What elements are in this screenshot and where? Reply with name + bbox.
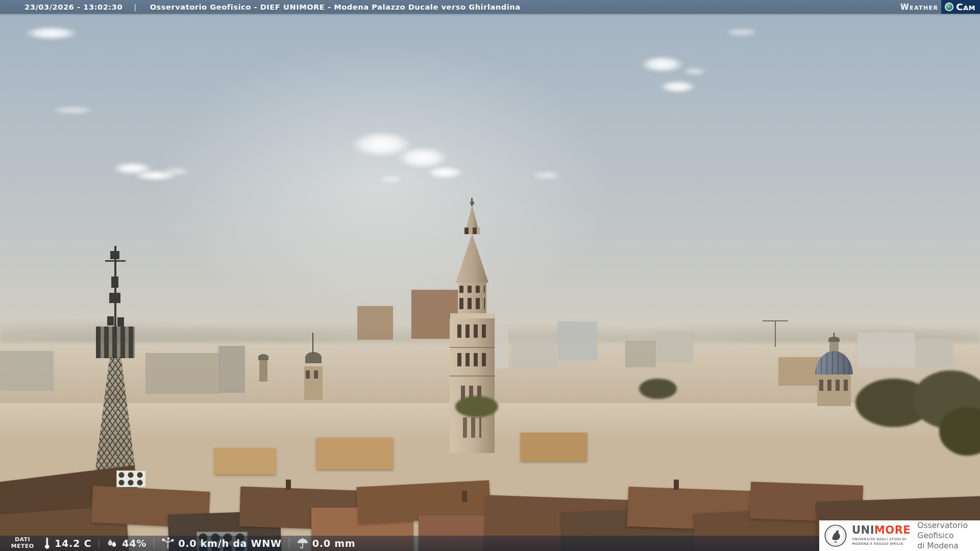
university-line1: UNIVERSITÀ DEGLI STUDI DI bbox=[852, 537, 911, 542]
separator: | bbox=[134, 3, 137, 11]
cloud bbox=[397, 147, 448, 168]
antenna-tower bbox=[82, 246, 149, 501]
humidity-value: 44% bbox=[122, 538, 146, 549]
unimore-uni: UNI bbox=[852, 524, 874, 536]
tree bbox=[639, 379, 677, 399]
webcam-frame: 23/03/2026 - 13:02:30 | Osservatorio Geo… bbox=[0, 0, 980, 551]
chimney bbox=[462, 491, 467, 502]
chimney bbox=[674, 480, 679, 490]
tower-string-course bbox=[450, 347, 495, 348]
rain-value: 0.0 mm bbox=[312, 538, 356, 549]
camera-title: Osservatorio Geofisico - DIEF UNIMORE - … bbox=[150, 3, 521, 11]
thermometer-icon bbox=[43, 537, 51, 549]
tower-windows-row4 bbox=[463, 417, 481, 438]
tower-spire-top bbox=[466, 205, 478, 229]
dati-meteo-label: DATI METEO bbox=[9, 537, 36, 549]
chimney bbox=[286, 480, 291, 490]
weathercam-weather-label: Weather bbox=[900, 3, 938, 12]
cloud bbox=[532, 171, 561, 180]
tower-windows-row1 bbox=[457, 324, 487, 338]
distant-building bbox=[857, 333, 915, 367]
tower-loggia bbox=[464, 228, 480, 234]
facade bbox=[214, 448, 276, 474]
tree bbox=[455, 396, 498, 417]
tower-cornice bbox=[450, 313, 494, 318]
lantern-arches-lower bbox=[459, 298, 485, 309]
distant-building bbox=[625, 341, 656, 367]
reading-divider bbox=[289, 538, 289, 548]
brick-building bbox=[357, 306, 393, 340]
weather-vane bbox=[312, 333, 313, 353]
weathercam-logo: Weather Cam bbox=[900, 0, 980, 14]
top-status-bar: 23/03/2026 - 13:02:30 | Osservatorio Geo… bbox=[0, 0, 980, 14]
antenna-head bbox=[96, 327, 135, 358]
unimore-more: MORE bbox=[874, 524, 911, 536]
drum-arches bbox=[819, 380, 849, 391]
distant-building bbox=[557, 321, 597, 360]
cloud bbox=[725, 28, 758, 36]
antenna-crossarm bbox=[105, 260, 126, 262]
bell-tower-arches bbox=[306, 370, 321, 379]
tower-string-course bbox=[450, 375, 495, 377]
dati-label-line2: METEO bbox=[9, 543, 36, 550]
distant-building bbox=[916, 339, 953, 367]
distant-building bbox=[218, 346, 245, 393]
wind-reading: 0.0 km/h da WNW bbox=[161, 537, 282, 549]
humidity-reading: 44% bbox=[106, 537, 146, 549]
cloud bbox=[683, 67, 706, 76]
temperature-reading: 14.2 C bbox=[43, 537, 91, 549]
dome-cap bbox=[815, 351, 853, 374]
distant-building bbox=[511, 336, 556, 368]
observatory-name: Osservatorio Geofisico di Modena bbox=[917, 520, 980, 551]
tower-windows-row2 bbox=[457, 353, 487, 366]
dome-lantern-cap bbox=[828, 337, 840, 342]
facade bbox=[521, 433, 587, 461]
reading-divider bbox=[154, 538, 154, 548]
cloud bbox=[427, 166, 463, 179]
cloud bbox=[641, 56, 684, 72]
reading-divider bbox=[99, 538, 99, 548]
university-subtitle: UNIVERSITÀ DEGLI STUDI DI MODENA E REGGI… bbox=[852, 537, 911, 546]
bell-tower-cupola bbox=[305, 352, 322, 363]
lantern-arches-upper bbox=[459, 286, 485, 293]
unimore-seal-icon bbox=[824, 524, 847, 547]
antenna-panel bbox=[109, 293, 120, 303]
humidity-icon bbox=[106, 537, 118, 549]
observatory-line1: Osservatorio Geofisico bbox=[917, 520, 980, 541]
rooftop-ac-unit bbox=[116, 470, 146, 487]
weathercam-cam-label: Cam bbox=[956, 2, 975, 12]
unimore-wordmark: UNIMORE UNIVERSITÀ DEGLI STUDI DI MODENA… bbox=[852, 525, 911, 546]
tower-finial-ball bbox=[470, 201, 474, 205]
distant-building bbox=[656, 332, 693, 362]
wind-icon bbox=[161, 537, 175, 549]
cloud bbox=[162, 167, 190, 176]
church-dome bbox=[814, 333, 854, 409]
rain-icon bbox=[297, 537, 309, 549]
temperature-value: 14.2 C bbox=[55, 538, 91, 549]
antenna-panel bbox=[110, 251, 119, 259]
antenna-panel bbox=[107, 316, 114, 325]
university-line2: MODENA E REGGIO EMILIA bbox=[852, 542, 911, 546]
rain-reading: 0.0 mm bbox=[297, 537, 356, 549]
small-bell-tower bbox=[259, 358, 267, 382]
distant-building bbox=[0, 351, 54, 391]
cloud bbox=[24, 27, 78, 40]
antenna-panel bbox=[111, 277, 118, 288]
unimore-logo-box: UNIMORE UNIVERSITÀ DEGLI STUDI DI MODENA… bbox=[819, 520, 980, 551]
tower-spire bbox=[456, 234, 488, 283]
sun-glow bbox=[153, 41, 612, 327]
cloud bbox=[379, 176, 402, 183]
camera-lens-icon bbox=[945, 3, 953, 11]
cloud bbox=[659, 81, 696, 93]
datetime-label: 23/03/2026 - 13:02:30 bbox=[24, 3, 122, 11]
antenna-panel bbox=[117, 317, 124, 327]
weathercam-cam-box: Cam bbox=[941, 0, 980, 14]
wind-value: 0.0 km/h da WNW bbox=[178, 538, 282, 549]
small-bell-tower-cap bbox=[258, 354, 268, 360]
facade bbox=[316, 438, 393, 469]
construction-crane bbox=[775, 320, 776, 347]
cloud bbox=[51, 106, 94, 114]
construction-crane-arm bbox=[763, 320, 788, 321]
observatory-line2: di Modena bbox=[917, 541, 980, 551]
unimore-name: UNIMORE bbox=[852, 525, 911, 536]
